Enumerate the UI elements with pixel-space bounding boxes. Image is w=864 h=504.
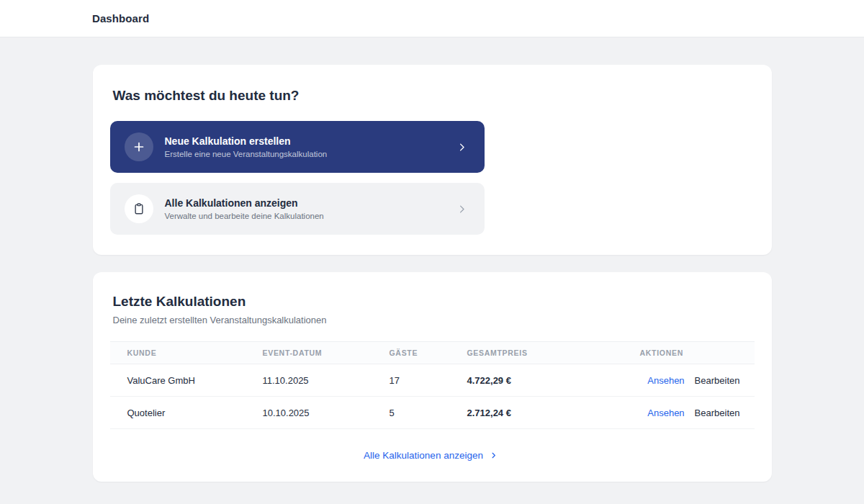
- top-bar: Dashboard: [0, 0, 864, 37]
- new-calculation-label: Neue Kalkulation erstellen: [165, 135, 445, 147]
- cell-customer: ValuCare GmbH: [110, 364, 263, 397]
- all-calculations-link[interactable]: Alle Kalkulationen anzeigen: [364, 450, 500, 461]
- chevron-right-icon: [456, 204, 467, 215]
- cell-guests: 5: [390, 397, 467, 429]
- recent-calculations-card: Letzte Kalkulationen Deine zuletzt erste…: [93, 272, 772, 482]
- all-calculations-link-label: Alle Kalkulationen anzeigen: [364, 450, 483, 461]
- all-calculations-description: Verwalte und bearbeite deine Kalkulation…: [165, 212, 445, 220]
- table-footer: Alle Kalkulationen anzeigen: [110, 449, 755, 464]
- edit-link[interactable]: Bearbeiten: [695, 408, 740, 418]
- new-calculation-button[interactable]: Neue Kalkulation erstellen Erstelle eine…: [110, 121, 485, 173]
- view-link[interactable]: Ansehen: [647, 408, 684, 418]
- recent-calculations-header: Letzte Kalkulationen Deine zuletzt erste…: [113, 294, 752, 325]
- view-link[interactable]: Ansehen: [647, 375, 684, 386]
- new-calculation-description: Erstelle eine neue Veranstaltungskalkula…: [165, 150, 445, 158]
- cell-event-date: 11.10.2025: [263, 364, 390, 397]
- edit-link[interactable]: Bearbeiten: [695, 375, 740, 386]
- recent-calculations-title: Letzte Kalkulationen: [113, 294, 752, 310]
- cell-guests: 17: [390, 364, 467, 397]
- page-title: Dashboard: [92, 12, 149, 24]
- clipboard-icon: [125, 194, 153, 223]
- all-calculations-button[interactable]: Alle Kalkulationen anzeigen Verwalte und…: [110, 183, 485, 235]
- column-header-kunde: KUNDE: [110, 342, 263, 364]
- cell-event-date: 10.10.2025: [263, 397, 390, 429]
- table-row: Quotelier 10.10.2025 5 2.712,24 € Ansehe…: [110, 397, 755, 429]
- quick-actions-title: Was möchtest du heute tun?: [113, 88, 752, 104]
- recent-calculations-table: KUNDE EVENT-DATUM GÄSTE GESAMTPREIS AKTI…: [110, 341, 755, 429]
- table-row: ValuCare GmbH 11.10.2025 17 4.722,29 € A…: [110, 364, 755, 397]
- cell-total: 2.712,24 €: [467, 397, 640, 429]
- column-header-aktionen: AKTIONEN: [640, 342, 755, 364]
- all-calculations-text: Alle Kalkulationen anzeigen Verwalte und…: [165, 197, 445, 220]
- table-header-row: KUNDE EVENT-DATUM GÄSTE GESAMTPREIS AKTI…: [110, 342, 755, 364]
- plus-icon: [125, 132, 153, 161]
- quick-actions-card: Was möchtest du heute tun? Neue Kalkulat…: [93, 65, 772, 255]
- chevron-right-icon: [456, 142, 467, 153]
- new-calculation-text: Neue Kalkulation erstellen Erstelle eine…: [165, 135, 445, 158]
- column-header-gesamtpreis: GESAMTPREIS: [467, 342, 640, 364]
- column-header-gaeste: GÄSTE: [390, 342, 467, 364]
- main-content: Was möchtest du heute tun? Neue Kalkulat…: [93, 37, 772, 482]
- column-header-event-datum: EVENT-DATUM: [263, 342, 390, 364]
- all-calculations-label: Alle Kalkulationen anzeigen: [165, 197, 445, 209]
- cell-customer: Quotelier: [110, 397, 263, 429]
- chevron-right-icon: [490, 451, 498, 459]
- cell-total: 4.722,29 €: [467, 364, 640, 397]
- recent-calculations-subtitle: Deine zuletzt erstellten Veranstaltungsk…: [113, 315, 752, 325]
